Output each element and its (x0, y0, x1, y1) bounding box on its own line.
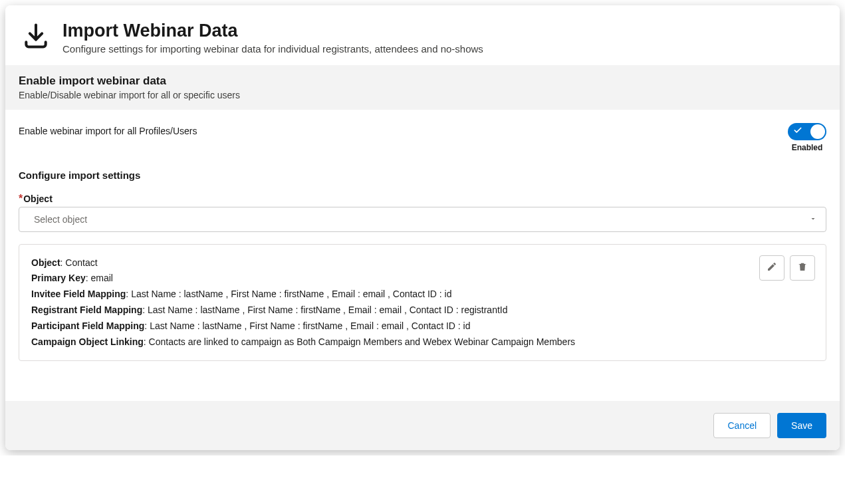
mapping-row: Object: Contact (31, 255, 751, 271)
toggle-knob (810, 124, 825, 139)
content-area: Enable webinar import for all Profiles/U… (5, 110, 840, 368)
download-icon (21, 21, 51, 51)
mapping-row-value: : Contact (60, 257, 98, 268)
page-subtitle: Configure settings for importing webinar… (62, 43, 483, 55)
check-icon (793, 126, 802, 138)
mapping-row-label: Invitee Field Mapping (31, 289, 126, 299)
card-actions (759, 255, 815, 281)
mapping-row-value: : Last Name : lastName , First Name : fi… (144, 320, 470, 331)
enable-label: Enable webinar import for all Profiles/U… (19, 123, 197, 136)
cancel-button[interactable]: Cancel (713, 413, 771, 438)
required-indicator: * (19, 193, 23, 204)
section-title: Enable import webinar data (19, 74, 826, 88)
modal-header: Import Webinar Data Configure settings f… (5, 5, 840, 65)
mapping-row-label: Campaign Object Linking (31, 336, 144, 347)
modal-footer: Cancel Save (5, 401, 840, 450)
toggle-state-label: Enabled (792, 143, 823, 152)
mapping-row-value: : Contacts are linked to campaign as Bot… (144, 336, 575, 347)
object-label: Object (23, 193, 53, 204)
mapping-row-label: Registrant Field Mapping (31, 305, 142, 315)
object-select-wrap: Select object (19, 207, 826, 232)
import-webinar-modal: Import Webinar Data Configure settings f… (5, 5, 840, 450)
edit-button[interactable] (759, 255, 785, 281)
object-select[interactable]: Select object (19, 207, 826, 232)
mapping-row-value: : email (86, 273, 113, 283)
mapping-card-body: Object: ContactPrimary Key: emailInvitee… (31, 255, 751, 350)
pencil-icon (767, 261, 777, 274)
object-select-placeholder: Select object (34, 214, 87, 225)
enable-toggle[interactable] (788, 123, 826, 140)
mapping-card: Object: ContactPrimary Key: emailInvitee… (19, 244, 826, 362)
toggle-wrapper: Enabled (788, 123, 826, 152)
trash-icon (797, 261, 808, 274)
object-field: *Object Select object (19, 193, 826, 232)
mapping-row: Registrant Field Mapping: Last Name : la… (31, 303, 751, 318)
enable-toggle-row: Enable webinar import for all Profiles/U… (19, 123, 826, 170)
mapping-row-label: Object (31, 257, 60, 268)
mapping-row-label: Primary Key (31, 273, 86, 283)
delete-button[interactable] (790, 255, 815, 281)
mapping-row: Participant Field Mapping: Last Name : l… (31, 318, 751, 334)
mapping-row: Invitee Field Mapping: Last Name : lastN… (31, 287, 751, 303)
mapping-row-label: Participant Field Mapping (31, 320, 144, 331)
page-title: Import Webinar Data (62, 21, 483, 41)
mapping-row-value: : Last Name : lastName , First Name : fi… (142, 305, 507, 315)
mapping-row: Primary Key: email (31, 271, 751, 287)
save-button[interactable]: Save (777, 413, 826, 438)
section-subtitle: Enable/Disable webinar import for all or… (19, 90, 826, 100)
header-text: Import Webinar Data Configure settings f… (62, 21, 483, 55)
mapping-row: Campaign Object Linking: Contacts are li… (31, 334, 751, 350)
section-header: Enable import webinar data Enable/Disabl… (5, 65, 840, 110)
chevron-down-icon (809, 213, 817, 225)
mapping-row-value: : Last Name : lastName , First Name : fi… (126, 289, 451, 299)
configure-heading: Configure import settings (19, 170, 826, 181)
